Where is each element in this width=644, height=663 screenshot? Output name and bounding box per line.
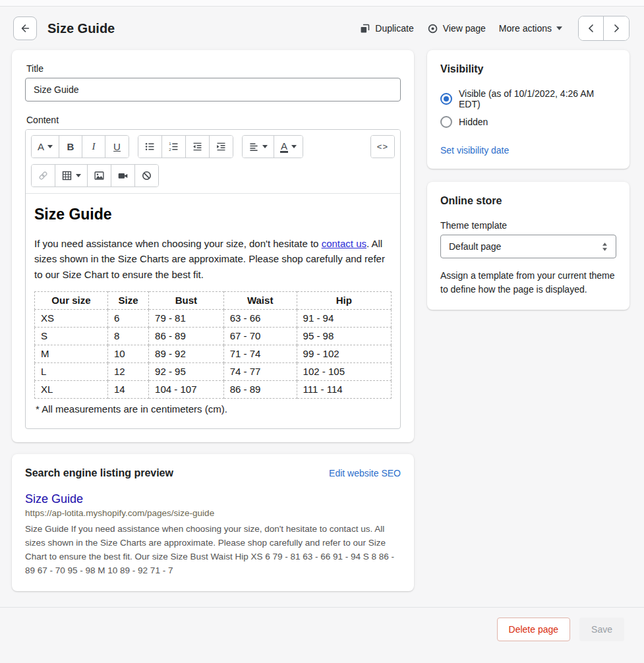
visibility-option-hidden[interactable]: Hidden — [440, 116, 616, 128]
page-header: Size Guide Duplicate View page More acti… — [0, 7, 644, 50]
seo-preview-card: Search engine listing preview Edit websi… — [12, 454, 414, 591]
column-header: Hip — [297, 291, 391, 309]
back-button[interactable] — [13, 16, 37, 40]
previous-page-button[interactable] — [579, 16, 604, 40]
delete-page-button[interactable]: Delete page — [497, 618, 571, 641]
underline-button[interactable]: U — [105, 136, 129, 158]
table-footnote: * All measurements are in centimeters (c… — [36, 403, 392, 415]
more-actions-button[interactable]: More actions — [492, 19, 569, 38]
theme-template-label: Theme template — [440, 220, 616, 231]
clear-formatting-button[interactable] — [135, 165, 158, 187]
list-group: 12 — [138, 135, 233, 158]
bullet-list-icon — [144, 141, 156, 152]
align-left-icon — [249, 142, 259, 152]
table-cell: XL — [35, 380, 108, 398]
content-block: Content A B I U — [25, 115, 401, 429]
duplicate-button[interactable]: Duplicate — [353, 19, 420, 38]
table-cell: 111 - 114 — [297, 380, 391, 398]
editor-content-area[interactable]: Size Guide If you need assistance when c… — [26, 194, 400, 428]
table-row: XS 6 79 - 81 63 - 66 91 - 94 — [35, 309, 392, 327]
content-field-label: Content — [26, 115, 401, 125]
set-visibility-date-link[interactable]: Set visibility date — [440, 145, 509, 156]
page-title: Size Guide — [47, 21, 115, 36]
text-style-label: A — [38, 141, 44, 152]
bold-button[interactable]: B — [59, 136, 82, 158]
table-cell: 86 - 89 — [149, 327, 224, 345]
align-color-group: A — [242, 135, 303, 158]
table-cell: 6 — [107, 309, 148, 327]
numbered-list-icon: 12 — [168, 141, 179, 152]
save-button[interactable]: Save — [579, 618, 624, 641]
caret-down-icon — [47, 145, 53, 148]
table-icon — [61, 170, 73, 181]
right-column: Visibility Visible (as of 10/1/2022, 4:2… — [427, 50, 629, 323]
main-layout: Title Content A B I — [0, 50, 644, 591]
size-chart-table: Our size Size Bust Waist Hip XS — [34, 291, 392, 399]
view-page-button[interactable]: View page — [421, 19, 492, 38]
seo-card-header: Search engine listing preview Edit websi… — [25, 467, 401, 479]
seo-preview-url: https://ap-lotita.myshopify.com/pages/si… — [25, 508, 401, 518]
paragraph-text-before: If you need assistance when choosing you… — [34, 238, 322, 249]
radio-unselected-icon[interactable] — [440, 116, 452, 128]
table-header-row: Our size Size Bust Waist Hip — [35, 291, 392, 309]
radio-selected-icon[interactable] — [440, 93, 452, 105]
online-store-card-title: Online store — [440, 195, 616, 207]
bold-label: B — [67, 141, 74, 152]
alignment-button[interactable] — [243, 136, 274, 158]
chevron-right-icon — [614, 24, 620, 32]
content-heading: Size Guide — [34, 206, 392, 223]
next-page-button[interactable] — [604, 16, 629, 40]
header-actions: Duplicate View page More actions — [353, 16, 629, 41]
table-cell: M — [35, 345, 108, 362]
format-group: A B I U — [31, 135, 129, 158]
title-field-label: Title — [26, 63, 401, 74]
table-cell: 89 - 92 — [149, 345, 224, 362]
editor-toolbar: A B I U — [26, 130, 400, 194]
numbered-list-button[interactable]: 12 — [162, 136, 186, 158]
visibility-option-visible[interactable]: Visible (as of 10/1/2022, 4:26 AM EDT) — [440, 88, 616, 109]
table-cell: XS — [35, 309, 108, 327]
seo-preview-title: Size Guide — [25, 492, 401, 506]
table-cell: 67 - 70 — [223, 327, 297, 345]
title-input[interactable] — [25, 78, 401, 101]
outdent-button[interactable] — [186, 136, 210, 158]
insert-table-button[interactable] — [55, 165, 88, 187]
table-cell: 12 — [107, 362, 148, 380]
table-cell: S — [35, 327, 108, 345]
caret-down-icon — [291, 145, 297, 148]
table-cell: 91 - 94 — [297, 309, 391, 327]
link-button[interactable] — [32, 165, 55, 187]
visibility-card: Visibility Visible (as of 10/1/2022, 4:2… — [427, 50, 629, 169]
online-store-card: Online store Theme template Default page… — [427, 182, 629, 310]
table-cell: 95 - 98 — [297, 327, 391, 345]
visible-option-label: Visible (as of 10/1/2022, 4:26 AM EDT) — [459, 88, 616, 109]
insert-video-button[interactable] — [111, 165, 135, 187]
bullet-list-button[interactable] — [138, 136, 162, 158]
table-row: L 12 92 - 95 74 - 77 102 - 105 — [35, 362, 392, 380]
insert-image-button[interactable] — [88, 165, 111, 187]
column-header: Bust — [149, 291, 224, 309]
italic-button[interactable]: I — [82, 136, 105, 158]
rich-text-editor: A B I U — [25, 129, 401, 429]
table-cell: 63 - 66 — [223, 309, 297, 327]
text-color-button[interactable]: A — [274, 136, 303, 158]
seo-card-title: Search engine listing preview — [25, 467, 173, 479]
svg-text:1: 1 — [169, 142, 171, 146]
indent-button[interactable] — [210, 136, 233, 158]
contact-us-link[interactable]: contact us — [322, 238, 366, 249]
text-style-button[interactable]: A — [32, 136, 59, 158]
show-html-button[interactable]: <> — [371, 136, 394, 158]
view-page-label: View page — [443, 23, 486, 34]
page-edit-card: Title Content A B I — [12, 50, 414, 442]
edit-website-seo-link[interactable]: Edit website SEO — [329, 468, 401, 478]
table-cell: 8 — [107, 327, 148, 345]
duplicate-icon — [359, 23, 370, 34]
table-cell: 86 - 89 — [223, 380, 297, 398]
outdent-icon — [192, 141, 203, 152]
theme-template-select[interactable]: Default page — [440, 235, 616, 258]
table-cell: 102 - 105 — [297, 362, 391, 380]
hidden-option-label: Hidden — [459, 117, 488, 127]
table-row: S 8 86 - 89 67 - 70 95 - 98 — [35, 327, 392, 345]
content-paragraph: If you need assistance when choosing you… — [34, 236, 392, 282]
insert-group — [31, 164, 159, 187]
